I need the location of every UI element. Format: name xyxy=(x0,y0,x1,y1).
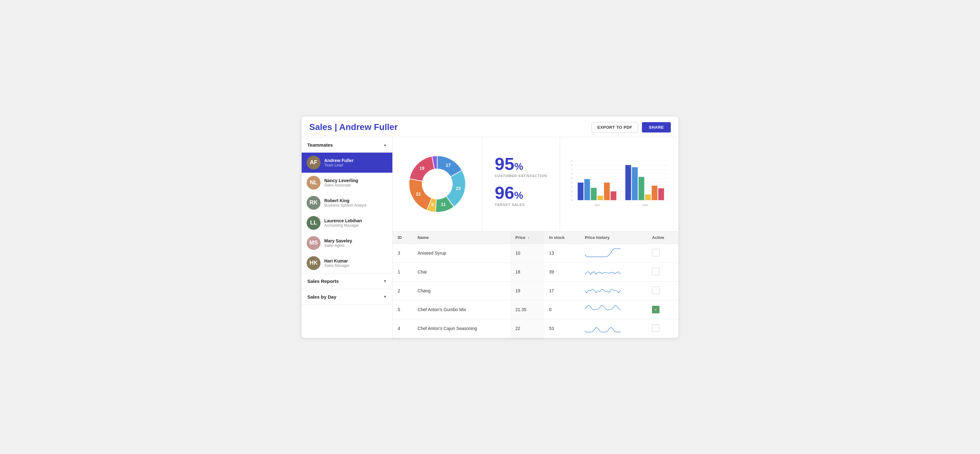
share-button[interactable]: SHARE xyxy=(642,122,671,132)
price-sort-arrow: ↑ xyxy=(528,236,529,240)
sales-reports-header[interactable]: Sales Reports ▼ xyxy=(302,274,392,289)
svg-rect-38 xyxy=(652,186,657,200)
svg-text:11: 11 xyxy=(441,202,446,207)
svg-text:6: 6 xyxy=(571,173,572,175)
cell-name: Chai xyxy=(412,263,510,281)
sidebar-item-laurence[interactable]: LL Laurence Lebihan Accounting Manager xyxy=(302,213,392,233)
teammate-name-andrew: Andrew Fuller xyxy=(324,158,353,163)
content-area: 17231152219 95% CUSTOMER SATISFACTION 96… xyxy=(393,137,678,338)
svg-text:2017: 2017 xyxy=(595,204,600,206)
sales-by-day-header[interactable]: Sales by Day ▼ xyxy=(302,289,392,304)
active-checkbox[interactable] xyxy=(652,324,660,332)
sidebar-item-hari[interactable]: HK Hari Kumar Sales Manager xyxy=(302,253,392,273)
active-checkbox[interactable]: ✓ xyxy=(652,306,660,313)
sparkline xyxy=(585,267,622,276)
cell-instock: 17 xyxy=(544,281,580,300)
teammates-header[interactable]: Teammates ▲ xyxy=(302,137,392,153)
sidebar-item-robert[interactable]: RK Robert King Business System Analyst xyxy=(302,193,392,213)
cell-id: 2 xyxy=(393,281,412,300)
svg-text:9: 9 xyxy=(571,159,572,162)
kpi-area: 95% CUSTOMER SATISFACTION 96% TARGET SAL… xyxy=(482,137,560,231)
cell-price-history xyxy=(580,300,647,319)
svg-text:19: 19 xyxy=(419,166,425,171)
cell-price: 10 xyxy=(511,244,544,263)
svg-rect-37 xyxy=(645,194,651,200)
svg-text:0: 0 xyxy=(571,199,572,202)
cell-name: Aniseed Syrup xyxy=(412,244,510,263)
table-row: 5 Chef Anton's Gumbo Mix 21.35 0 ✓ xyxy=(393,300,678,319)
svg-text:3: 3 xyxy=(571,186,572,188)
col-price[interactable]: Price ↑ xyxy=(511,231,544,244)
teammate-info-andrew: Andrew Fuller Team Lead xyxy=(324,158,353,167)
teammate-role-nancy: Sales Associate xyxy=(324,183,358,188)
satisfaction-value: 95% xyxy=(495,155,547,173)
bar-chart: 012345678920172018 xyxy=(566,142,672,224)
col-active: Active xyxy=(647,231,678,244)
table-row: 1 Chai 18 39 xyxy=(393,263,678,281)
sparkline xyxy=(585,304,622,314)
sparkline xyxy=(585,248,622,258)
active-checkbox[interactable] xyxy=(652,268,660,276)
svg-text:17: 17 xyxy=(446,162,451,168)
table-row: 3 Aniseed Syrup 10 13 xyxy=(393,244,678,263)
table-row: 2 Chang 19 17 xyxy=(393,281,678,300)
cell-instock: 39 xyxy=(544,263,580,281)
target-sales-block: 96% TARGET SALES xyxy=(495,184,547,207)
target-value: 96% xyxy=(495,184,547,202)
avatar-hari: HK xyxy=(307,256,320,270)
sidebar-item-mary[interactable]: MS Mary Saveley Sales Agent xyxy=(302,233,392,253)
svg-rect-32 xyxy=(611,191,616,200)
avatar-robert: RK xyxy=(307,196,320,210)
sidebar: Teammates ▲ AF Andrew Fuller Team Lead N… xyxy=(302,137,393,338)
cell-id: 4 xyxy=(393,319,412,338)
satisfaction-label: CUSTOMER SATISFACTION xyxy=(495,174,547,178)
cell-active xyxy=(647,319,678,338)
avatar-nancy: NL xyxy=(307,176,320,190)
cell-active: ✓ xyxy=(647,300,678,319)
teammate-name-hari: Hari Kumar xyxy=(324,258,350,263)
col-name: Name xyxy=(412,231,510,244)
sidebar-item-nancy[interactable]: NL Nancy Leverling Sales Associate xyxy=(302,173,392,193)
active-checkbox[interactable] xyxy=(652,249,660,256)
teammate-role-hari: Sales Manager xyxy=(324,263,350,268)
svg-text:22: 22 xyxy=(416,191,421,196)
svg-text:8: 8 xyxy=(571,164,572,166)
teammate-role-robert: Business System Analyst xyxy=(324,203,366,207)
cell-price: 21.35 xyxy=(511,300,544,319)
cell-price: 19 xyxy=(511,281,544,300)
cell-active xyxy=(647,263,678,281)
donut-chart-container: 17231152219 xyxy=(393,137,482,231)
sidebar-item-andrew[interactable]: AF Andrew Fuller Team Lead xyxy=(302,153,392,173)
svg-text:5: 5 xyxy=(571,177,572,180)
sparkline xyxy=(585,286,622,295)
cell-name: Chef Anton's Cajun Seasoning xyxy=(412,319,510,338)
col-price-history: Price history xyxy=(580,231,647,244)
teammate-info-mary: Mary Saveley Sales Agent xyxy=(324,238,352,248)
svg-text:4: 4 xyxy=(571,182,572,184)
cell-instock: 0 xyxy=(544,300,580,319)
teammates-label: Teammates xyxy=(307,142,333,148)
svg-rect-28 xyxy=(584,179,590,200)
teammate-info-robert: Robert King Business System Analyst xyxy=(324,198,366,207)
avatar-mary: MS xyxy=(307,236,320,250)
svg-rect-30 xyxy=(597,196,603,200)
header-actions: EXPORT TO PDF SHARE xyxy=(592,122,671,132)
header: Sales | Andrew Fuller EXPORT TO PDF SHAR… xyxy=(302,116,678,137)
svg-rect-27 xyxy=(578,182,583,200)
col-instock: In stock xyxy=(544,231,580,244)
sales-by-day-arrow: ▼ xyxy=(383,295,387,299)
cell-id: 1 xyxy=(393,263,412,281)
sales-reports-section: Sales Reports ▼ xyxy=(302,274,392,289)
cell-id: 3 xyxy=(393,244,412,263)
donut-chart: 17231152219 xyxy=(403,150,472,218)
svg-text:1: 1 xyxy=(571,195,572,197)
cell-price-history xyxy=(580,263,647,281)
customer-satisfaction-block: 95% CUSTOMER SATISFACTION xyxy=(495,155,547,178)
active-checkbox[interactable] xyxy=(652,287,660,294)
export-pdf-button[interactable]: EXPORT TO PDF xyxy=(592,122,638,132)
main-layout: Teammates ▲ AF Andrew Fuller Team Lead N… xyxy=(302,137,678,338)
teammate-info-nancy: Nancy Leverling Sales Associate xyxy=(324,178,358,188)
sales-by-day-section: Sales by Day ▼ xyxy=(302,289,392,305)
teammates-arrow: ▲ xyxy=(383,143,387,147)
svg-rect-39 xyxy=(658,188,664,200)
